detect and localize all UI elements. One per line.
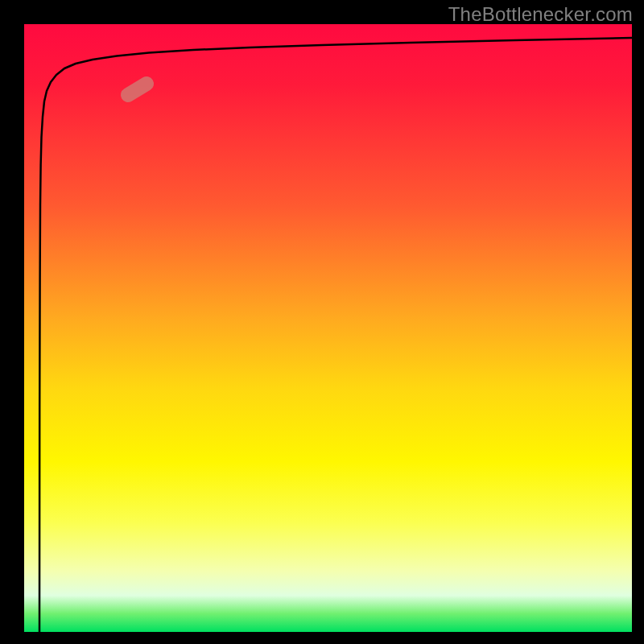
curve-line [24,24,632,632]
plot-area [24,24,632,632]
chart-frame: TheBottlenecker.com [0,0,644,644]
watermark-text: TheBottlenecker.com [448,3,633,26]
